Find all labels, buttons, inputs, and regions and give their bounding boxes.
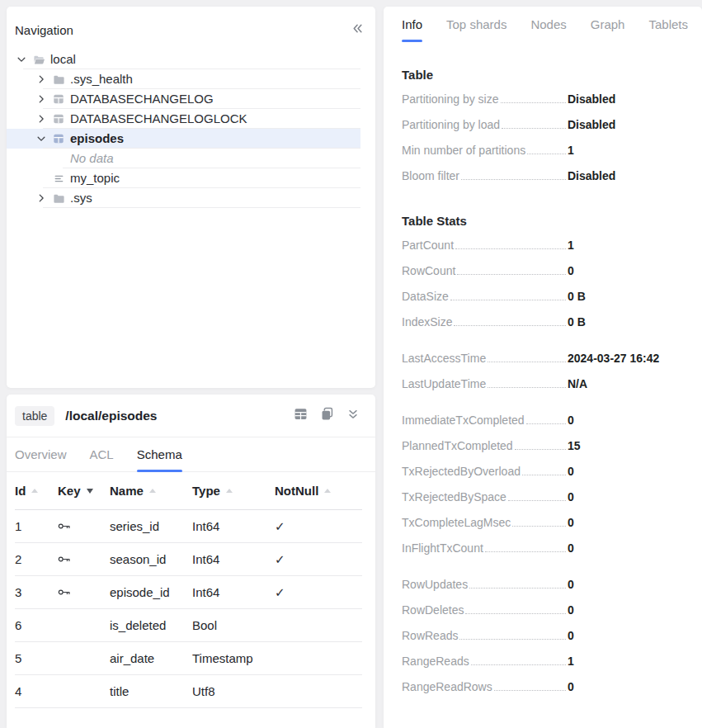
tab-tablets[interactable]: Tablets — [648, 7, 688, 41]
chevron-right-icon[interactable] — [35, 191, 48, 205]
table-blue-icon — [52, 132, 65, 145]
cell-id: 1 — [15, 519, 58, 533]
cell-name: season_id — [110, 552, 192, 566]
dotted-leader — [461, 179, 566, 180]
dotted-leader — [471, 664, 566, 665]
tree-item-databasechangelog[interactable]: DATABASECHANGELOG — [7, 89, 360, 109]
tab-overview[interactable]: Overview — [15, 437, 67, 471]
tree-item-my-topic[interactable]: my_topic — [7, 168, 360, 188]
cell-id: 5 — [15, 651, 58, 665]
chevron-right-icon[interactable] — [35, 73, 48, 86]
info-row: TxRejectedBySpace 0 — [402, 483, 702, 508]
tab-top-shards[interactable]: Top shards — [446, 7, 506, 41]
info-label: RangeReads — [402, 655, 469, 668]
info-row: TxCompleteLagMsec 0 — [402, 508, 702, 534]
info-row: InFlightTxCount 0 — [402, 534, 702, 560]
info-value: 0 — [568, 541, 574, 555]
info-label: LastUpdateTime — [402, 377, 486, 390]
column-header-type[interactable]: Type — [192, 484, 275, 498]
tab-info[interactable]: Info — [402, 7, 422, 41]
chevron-down-icon[interactable] — [35, 132, 48, 145]
copy-path-button[interactable] — [316, 405, 337, 427]
dotted-leader — [515, 449, 566, 450]
info-label: RowCount — [402, 264, 455, 277]
info-value: Disabled — [568, 169, 615, 182]
object-header: table /local/episodes — [7, 395, 375, 437]
cell-name: title — [110, 684, 192, 698]
object-panel: table /local/episodes OverviewACLSchema … — [7, 395, 375, 728]
sort-hint-icon — [149, 489, 156, 493]
entity-path: /local/episodes — [65, 409, 157, 423]
folder-icon — [52, 73, 65, 86]
folder-icon — [52, 191, 65, 205]
info-row: LastAccessTime 2024-03-27 16:42 — [402, 344, 702, 370]
column-header-key[interactable]: Key — [58, 484, 110, 498]
info-label: PartCount — [402, 239, 454, 252]
schema-row: 5air_dateTimestamp — [15, 642, 362, 675]
column-header-id[interactable]: Id — [15, 484, 58, 498]
tree-item-local[interactable]: local — [7, 50, 360, 69]
info-label: TxCompleteLagMsec — [402, 516, 511, 529]
info-value: 0 — [568, 578, 574, 591]
navigation-title: Navigation — [15, 23, 73, 37]
column-header-notnull[interactable]: NotNull — [275, 484, 362, 498]
tree-item--sys-health[interactable]: .sys_health — [7, 69, 360, 89]
chevron-right-icon[interactable] — [35, 112, 48, 125]
info-label: RangeReadRows — [402, 680, 492, 693]
cell-type: Utf8 — [192, 684, 275, 698]
info-value: 1 — [568, 144, 574, 157]
info-group: Partitioning by size Disabled Partitioni… — [402, 85, 702, 187]
info-row: RangeReadRows 0 — [402, 673, 702, 698]
dotted-leader — [502, 128, 566, 129]
cell-id: 3 — [15, 585, 58, 599]
info-sections: Table Partitioning by size Disabled Part… — [402, 68, 702, 698]
navigation-tree: local .sys_health DATABASECHANGELOG DATA… — [7, 50, 375, 208]
dotted-leader — [501, 102, 566, 103]
cell-name: series_id — [110, 519, 192, 533]
cell-notnull: ✓ — [275, 585, 362, 600]
info-value: 1 — [568, 655, 574, 668]
navigation-header: Navigation — [7, 7, 375, 50]
sort-hint-icon — [324, 489, 331, 493]
tab-graph[interactable]: Graph — [591, 7, 625, 41]
info-value: 0 — [568, 264, 574, 277]
tab-nodes[interactable]: Nodes — [530, 7, 566, 41]
info-label: RowDeletes — [402, 603, 464, 617]
info-tabs: InfoTop shardsNodesGraphTablets — [402, 7, 702, 41]
schema-row: 1series_idInt64✓ — [15, 510, 362, 543]
collapse-summary-button[interactable] — [342, 405, 364, 427]
tab-acl[interactable]: ACL — [90, 437, 114, 471]
key-icon — [58, 519, 71, 533]
tree-item--sys[interactable]: .sys — [7, 188, 360, 208]
dotted-leader — [459, 639, 566, 640]
collapse-panel-button[interactable] — [349, 21, 365, 38]
chevron-down-icon[interactable] — [15, 53, 28, 66]
info-group: PartCount 1 RowCount 0 DataSize 0 B Inde… — [402, 231, 702, 333]
info-group: ImmediateTxCompleted 0 PlannedTxComplete… — [402, 406, 702, 560]
open-preview-button[interactable] — [290, 405, 311, 427]
cell-type: Timestamp — [192, 651, 275, 665]
dotted-leader — [469, 588, 566, 589]
info-label: TxRejectedBySpace — [402, 490, 506, 503]
cell-name: episode_id — [110, 585, 192, 599]
schema-row: 4titleUtf8 — [15, 675, 362, 708]
info-label: TxRejectedByOverload — [402, 465, 521, 478]
tree-item-episodes[interactable]: episodes — [7, 129, 360, 149]
tab-label: Info — [402, 17, 422, 31]
tree-item-databasechangeloglock[interactable]: DATABASECHANGELOGLOCK — [7, 109, 360, 129]
navigation-panel: Navigation local .sys_health DATABASECHA… — [7, 7, 375, 388]
cell-type: Int64 — [192, 585, 275, 599]
schema-row: 6is_deletedBool — [15, 609, 362, 642]
dotted-leader — [488, 387, 566, 388]
dotted-leader — [527, 154, 566, 154]
dotted-leader — [522, 475, 566, 475]
tab-schema[interactable]: Schema — [137, 437, 182, 471]
dotted-leader — [457, 274, 566, 275]
sort-hint-icon — [226, 489, 233, 493]
info-row: LastUpdateTime N/A — [402, 370, 702, 395]
info-label: Partitioning by size — [402, 92, 499, 106]
key-icon — [58, 585, 71, 599]
chevron-right-icon[interactable] — [35, 92, 48, 106]
dotted-leader — [485, 551, 566, 552]
column-header-name[interactable]: Name — [110, 484, 192, 498]
